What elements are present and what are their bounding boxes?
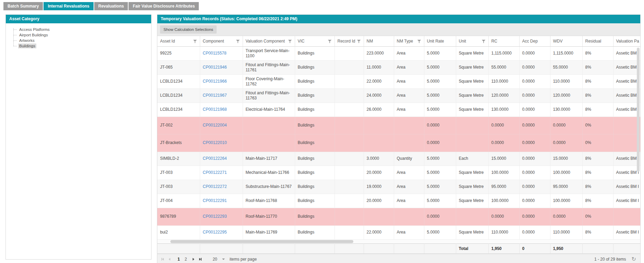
page-button-2[interactable]: 2 (182, 256, 190, 262)
cell-acc_dep: 0.0000 (519, 225, 550, 239)
component-link[interactable]: CP00121968 (203, 107, 227, 112)
valuation-records-title: Temporary Valuation Records (Status: Com… (161, 16, 297, 21)
show-calculation-selections-button[interactable]: Show Calculation Selections (160, 25, 217, 34)
last-page-button[interactable] (199, 258, 202, 261)
pager: 12 20 items per page 1 - 20 of 29 items … (157, 254, 640, 263)
column-header-record-id[interactable]: Record Id (335, 36, 364, 46)
cell-valuation_pa: Assetic BM I (613, 46, 640, 60)
filter-icon[interactable] (328, 39, 332, 43)
cell-nm (364, 117, 394, 134)
horizontal-scrollbar (157, 240, 640, 243)
component-link[interactable]: CP00121967 (203, 93, 227, 98)
tab-fair-value-disclosure-attributes[interactable]: Fair Value Disclosure Attributes (129, 2, 199, 10)
first-page-button[interactable] (161, 258, 164, 261)
cell-valuation_pa: Assetic BM I (613, 88, 640, 103)
tree-item-artworks[interactable]: Artworks (11, 38, 151, 43)
table-row: JT-002CP00122004Buildings0.00000.00000.0… (157, 117, 640, 134)
vertical-scrollbar-thumb[interactable] (637, 48, 640, 172)
cell-record_id (335, 208, 364, 225)
filter-icon[interactable] (193, 39, 197, 43)
tab-revaluations[interactable]: Revaluations (94, 2, 128, 10)
page-size-dropdown[interactable]: 20 (212, 257, 224, 262)
cell-residual: 8% (582, 166, 613, 180)
column-header-rc[interactable]: RC (488, 36, 519, 46)
page-button-1[interactable]: 1 (175, 256, 182, 262)
column-header-unit-rate[interactable]: Unit Rate (424, 36, 456, 46)
component-link[interactable]: CP00121946 (203, 65, 227, 70)
column-header-valuation-pa[interactable]: Valuation Pa (613, 36, 640, 46)
component-link[interactable]: CP00122010 (203, 140, 227, 145)
valuation-grid: Asset IdComponentValuation ComponentVICR… (157, 36, 640, 240)
tree-item-buildings[interactable]: Buildings (11, 43, 151, 49)
cell-asset_id: SIMBLD-2 (157, 152, 200, 166)
cell-valuation_component: Main-Main-11769 (243, 225, 295, 239)
cell-unit (456, 134, 488, 152)
cell-residual: 8% (582, 225, 613, 239)
previous-page-button[interactable] (169, 258, 170, 261)
filter-icon[interactable] (482, 39, 486, 43)
cell-unit: Square Metre (456, 60, 488, 74)
cell-residual: 0% (582, 117, 613, 134)
filter-icon[interactable] (357, 39, 361, 43)
column-header-acc-dep[interactable]: Acc Dep (519, 36, 550, 46)
component-link[interactable]: CP00115578 (203, 51, 227, 56)
component-link[interactable]: CP00122264 (203, 156, 227, 161)
column-header-nm[interactable]: NM (364, 36, 394, 46)
component-link[interactable]: CP00121966 (203, 79, 227, 84)
total-cell-wdv: 1,950 (550, 243, 582, 253)
tab-batch-summary[interactable]: Batch Summary (3, 2, 43, 10)
filter-icon[interactable] (236, 39, 240, 43)
tree-item-access-platforms[interactable]: Access Platforms (11, 27, 151, 32)
column-header-component[interactable]: Component (200, 36, 243, 46)
cell-acc_dep: 0.0000 (519, 180, 550, 194)
content-row: Asset Category Access PlatformsAirport B… (5, 14, 641, 263)
cell-unit_rate: 5.0000 (424, 166, 456, 180)
cell-vic: Buildings (295, 74, 335, 88)
component-link[interactable]: CP00122004 (203, 123, 227, 128)
cell-nm_type: Quantity (394, 152, 424, 166)
cell-component: CP00121968 (200, 103, 243, 117)
cell-nm_type: Area (394, 74, 424, 88)
cell-unit_rate: 5.0000 (424, 88, 456, 103)
table-row: JT-BracketsCP00122010Buildings0.00000.00… (157, 134, 640, 152)
cell-nm_type: Area (394, 180, 424, 194)
cell-acc_dep: 0.0000 (519, 152, 550, 166)
column-header-valuation-component[interactable]: Valuation Component (243, 36, 295, 46)
component-link[interactable]: CP00122293 (203, 214, 227, 219)
cell-unit: Square Metre (456, 46, 488, 60)
cell-acc_dep: 0.0000 (519, 166, 550, 180)
cell-rc: 15.0000 (488, 152, 519, 166)
column-header-wdv[interactable]: WDV (550, 36, 582, 46)
tree-item-airport-buildings[interactable]: Airport Buildings (11, 32, 151, 38)
tab-internal-revaluations[interactable]: Internal Revaluations (44, 2, 93, 10)
cell-record_id (335, 74, 364, 88)
column-header-residual[interactable]: Residual (582, 36, 613, 46)
column-header-unit[interactable]: Unit (456, 36, 488, 46)
cell-component: CP00121946 (200, 60, 243, 74)
refresh-icon[interactable]: ↻ (632, 257, 636, 262)
component-link[interactable]: CP00122272 (203, 184, 227, 189)
cell-vic: Buildings (295, 152, 335, 166)
horizontal-scrollbar-thumb[interactable] (170, 240, 353, 243)
column-header-asset-id[interactable]: Asset Id (157, 36, 200, 46)
column-header-nm-type[interactable]: NM Type (394, 36, 424, 46)
filter-icon[interactable] (288, 39, 292, 43)
cell-record_id (335, 88, 364, 103)
cell-valuation_pa: Assetic BM I (613, 152, 640, 166)
next-page-button[interactable] (193, 258, 194, 261)
component-link[interactable]: CP00122291 (203, 198, 227, 203)
cell-unit_rate: 5.0000 (424, 46, 456, 60)
total-cell-asset_id (157, 243, 200, 253)
cell-valuation_pa: Assetic BM I (613, 74, 640, 88)
component-link[interactable]: CP00122271 (203, 170, 227, 175)
next-page-icon (193, 258, 194, 261)
column-header-vic[interactable]: VIC (295, 36, 335, 46)
component-link[interactable]: CP00122295 (203, 230, 227, 235)
cell-nm_type: Area (394, 225, 424, 239)
cell-valuation_component: Fitout and Fittings-Main-11761 (243, 60, 295, 74)
cell-wdv: 120.0000 (550, 88, 582, 103)
filter-icon[interactable] (417, 39, 421, 43)
tree-item-label: Buildings (18, 44, 36, 48)
cell-record_id (335, 60, 364, 74)
valuation-records-header: Temporary Valuation Records (Status: Com… (157, 15, 640, 23)
